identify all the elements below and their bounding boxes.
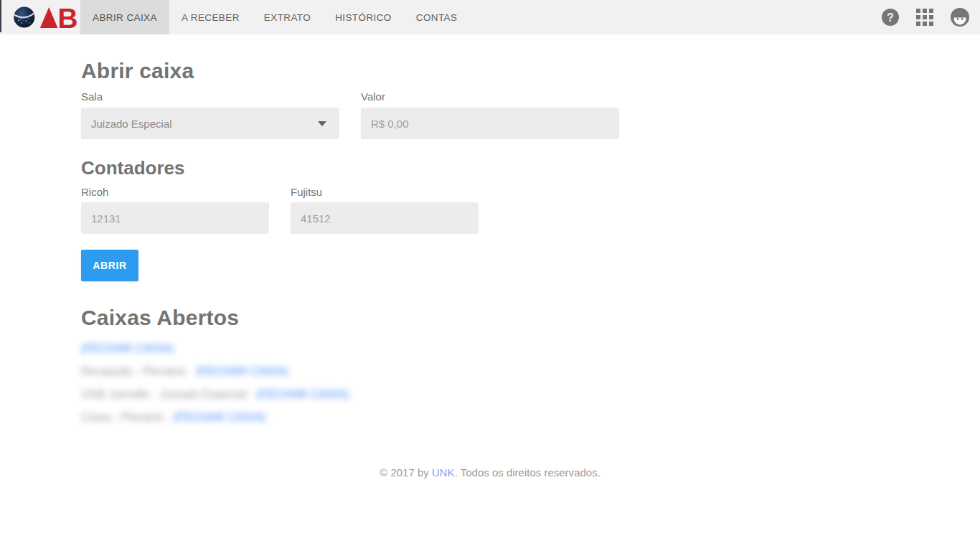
oab-logo: B xyxy=(0,0,80,34)
help-icon[interactable]: ? xyxy=(881,8,900,27)
caixa-description: Caixa - Plenário: xyxy=(81,411,166,423)
fechar-caixa-link[interactable]: (FECHAR CAIXA) xyxy=(174,411,266,423)
sala-select-value: Juizado Especial xyxy=(91,118,172,130)
sala-label: Sala xyxy=(81,90,339,103)
ricoh-input[interactable] xyxy=(81,202,269,234)
sala-field-group: Sala Juizado Especial xyxy=(81,83,339,139)
open-cash-form-row: Sala Juizado Especial Valor xyxy=(81,83,980,139)
tab-a-receber[interactable]: A RECEBER xyxy=(169,0,252,34)
apps-grid-icon[interactable] xyxy=(916,9,933,26)
oab-logo-graphic: B xyxy=(12,4,77,31)
nav-icons: ? xyxy=(881,0,980,34)
copyright-suffix: . Todos os direitos reservados. xyxy=(455,466,600,479)
caixa-description: Recepção - Plenário: xyxy=(81,365,188,377)
list-item: Caixa - Plenário: (FECHAR CAIXA) xyxy=(81,412,980,423)
tab-contas[interactable]: CONTAS xyxy=(404,0,470,34)
tab-historico[interactable]: HISTÓRICO xyxy=(323,0,404,34)
top-navbar: B ABRIR CAIXA A RECEBER EXTRATO HISTÓRIC… xyxy=(0,0,980,34)
fujitsu-label: Fujitsu xyxy=(291,186,479,198)
fujitsu-input[interactable] xyxy=(291,202,479,234)
caixa-description: OAB Joinville - Juizado Especial: xyxy=(81,388,249,400)
footer: © 2017 by UNK. Todos os direitos reserva… xyxy=(0,466,980,479)
fechar-caixa-link[interactable]: (FECHAR CAIXA) xyxy=(256,388,349,400)
footer-brand-link[interactable]: UNK xyxy=(432,466,455,479)
svg-text:B: B xyxy=(58,4,77,31)
list-item: (FECHAR CAIXA) xyxy=(81,343,980,354)
nav-tabs: ABRIR CAIXA A RECEBER EXTRATO HISTÓRICO … xyxy=(80,0,469,34)
counters-form-row: Ricoh Fujitsu xyxy=(81,179,980,234)
list-item: OAB Joinville - Juizado Especial: (FECHA… xyxy=(81,389,980,400)
tab-abrir-caixa[interactable]: ABRIR CAIXA xyxy=(80,0,169,34)
ricoh-field-group: Ricoh xyxy=(81,179,269,234)
sala-select[interactable]: Juizado Especial xyxy=(81,108,339,139)
contadores-title: Contadores xyxy=(81,157,980,179)
list-item: Recepção - Plenário: (FECHAR CAIXA) xyxy=(81,366,980,377)
caixas-abertos-title: Caixas Abertos xyxy=(81,306,980,330)
fechar-caixa-link[interactable]: (FECHAR CAIXA) xyxy=(196,365,288,377)
svg-text:?: ? xyxy=(887,11,894,24)
ricoh-label: Ricoh xyxy=(81,186,269,198)
chevron-down-icon xyxy=(318,121,326,126)
page-title: Abrir caixa xyxy=(81,59,980,83)
window-edge-sliver xyxy=(0,0,1,32)
main-content: Abrir caixa Sala Juizado Especial Valor … xyxy=(0,59,980,423)
open-boxes-list: (FECHAR CAIXA) Recepção - Plenário: (FEC… xyxy=(81,343,980,423)
account-icon[interactable] xyxy=(950,7,970,27)
valor-field-group: Valor xyxy=(361,83,619,139)
copyright-prefix: © 2017 by xyxy=(380,466,432,479)
fechar-caixa-link[interactable]: (FECHAR CAIXA) xyxy=(81,342,174,354)
abrir-button[interactable]: ABRIR xyxy=(81,250,138,281)
valor-label: Valor xyxy=(361,90,619,103)
tab-extrato[interactable]: EXTRATO xyxy=(252,0,323,34)
fujitsu-field-group: Fujitsu xyxy=(291,179,479,234)
valor-input[interactable] xyxy=(361,108,619,139)
